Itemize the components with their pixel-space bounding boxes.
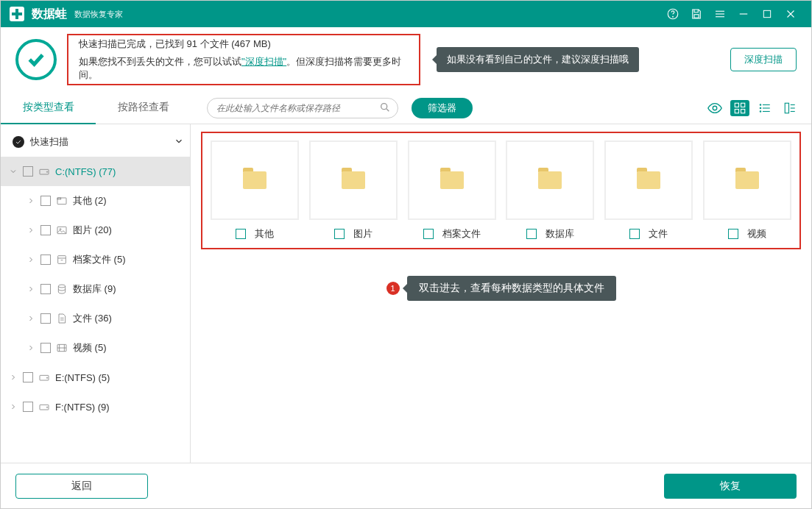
app-name: 数据蛙 <box>32 7 67 22</box>
checkbox[interactable] <box>40 343 51 353</box>
tree-label: 文件 (36) <box>73 312 112 325</box>
database-icon <box>55 283 68 295</box>
image-icon <box>55 224 68 236</box>
checkbox[interactable] <box>236 229 246 239</box>
svg-point-46 <box>46 407 47 407</box>
detail-view-icon[interactable] <box>780 100 799 116</box>
deep-scan-button[interactable]: 深度扫描 <box>730 48 797 71</box>
menu-icon[interactable] <box>708 2 732 26</box>
tree-item-docs[interactable]: 文件 (36) <box>1 304 190 333</box>
chevron-right-icon[interactable] <box>26 196 36 205</box>
tip-bubble-1: 双击进去，查看每种数据类型的具体文件 <box>407 276 616 301</box>
tree-item-video[interactable]: 视频 (5) <box>1 333 190 363</box>
tree-item-archive[interactable]: 档案文件 (5) <box>1 245 190 274</box>
minimize-icon[interactable] <box>732 2 755 26</box>
folder-card-database[interactable]: 数据库 <box>502 140 598 241</box>
checkbox[interactable] <box>334 229 345 239</box>
document-icon <box>55 313 68 324</box>
tree-label: 图片 (20) <box>73 224 112 237</box>
folder-icon <box>55 195 68 207</box>
svg-rect-13 <box>735 103 738 107</box>
folder-thumb <box>506 140 594 220</box>
check-badge-icon <box>13 136 24 148</box>
deep-scan-link[interactable]: "深度扫描" <box>241 56 286 67</box>
tree-drive-c[interactable]: C:(NTFS) (77) <box>1 157 190 186</box>
tree-label: 视频 (5) <box>73 341 107 355</box>
folder-card-docs[interactable]: 文件 <box>601 140 696 241</box>
recover-button[interactable]: 恢复 <box>664 474 797 499</box>
content-area: 其他 图片 档案文件 数据库 文件 视频 <box>191 124 811 480</box>
back-button[interactable]: 返回 <box>15 474 148 499</box>
chevron-down-icon[interactable] <box>174 136 184 149</box>
checkbox[interactable] <box>423 229 434 239</box>
sidebar-tree: 快速扫描 C:(NTFS) (77) 其他 (2) 图片 (20) 档案文件 (… <box>1 124 191 480</box>
folder-icon <box>440 171 464 189</box>
tree-item-image[interactable]: 图片 (20) <box>1 216 190 245</box>
chevron-right-icon[interactable] <box>8 402 18 411</box>
tip-bubble-2: 如果没有看到自己的文件，建议深度扫描哦 <box>437 47 639 72</box>
toolbar: 按类型查看 按路径查看 筛选器 <box>1 92 811 124</box>
preview-icon[interactable] <box>705 100 724 116</box>
app-logo: 数据蛙 <box>10 7 67 22</box>
folder-thumb <box>211 140 299 220</box>
checkbox[interactable] <box>40 254 51 265</box>
tree-label: E:(NTFS) (5) <box>55 372 110 383</box>
checkbox[interactable] <box>526 229 537 239</box>
folder-card-other[interactable]: 其他 <box>207 140 303 241</box>
svg-point-21 <box>760 107 761 109</box>
tree-drive-f[interactable]: F:(NTFS) (9) <box>1 392 190 421</box>
maximize-icon[interactable] <box>755 2 779 26</box>
help-icon[interactable] <box>661 2 685 26</box>
drive-icon <box>38 401 51 413</box>
tree-item-database[interactable]: 数据库 (9) <box>1 274 190 304</box>
folder-card-archive[interactable]: 档案文件 <box>404 140 500 241</box>
list-view-icon[interactable] <box>755 100 774 116</box>
svg-rect-27 <box>40 169 49 174</box>
tab-by-path[interactable]: 按路径查看 <box>96 92 191 124</box>
tree-drive-e[interactable]: E:(NTFS) (5) <box>1 363 190 392</box>
checkbox[interactable] <box>728 229 738 239</box>
folder-icon <box>538 171 562 189</box>
video-icon <box>55 342 68 354</box>
checkbox[interactable] <box>629 229 640 239</box>
tree-root-quickscan[interactable]: 快速扫描 <box>1 127 190 157</box>
close-icon[interactable] <box>779 2 802 26</box>
folder-thumb <box>408 140 496 220</box>
status-line1: 快速扫描已完成，已找到 91 个文件 (467 MB) <box>79 38 409 51</box>
folder-label: 其他 <box>255 227 274 241</box>
folder-icon <box>342 171 365 189</box>
search-icon[interactable] <box>379 102 391 116</box>
checkbox[interactable] <box>40 196 51 206</box>
chevron-right-icon[interactable] <box>26 285 36 293</box>
badge-1: 1 <box>386 282 400 295</box>
status-box: 快速扫描已完成，已找到 91 个文件 (467 MB) 如果您找不到丢失的文件，… <box>67 34 420 85</box>
svg-rect-14 <box>741 103 745 107</box>
chevron-right-icon[interactable] <box>26 226 36 235</box>
checkbox[interactable] <box>23 402 33 412</box>
checkbox[interactable] <box>40 284 51 294</box>
main-split: 快速扫描 C:(NTFS) (77) 其他 (2) 图片 (20) 档案文件 (… <box>1 124 811 480</box>
checkbox[interactable] <box>23 372 33 382</box>
chevron-down-icon[interactable] <box>8 167 18 176</box>
chevron-right-icon[interactable] <box>8 373 18 382</box>
folder-card-video[interactable]: 视频 <box>699 140 795 241</box>
grid-view-icon[interactable] <box>730 100 749 116</box>
footer: 返回 恢复 <box>1 463 811 508</box>
filter-button[interactable]: 筛选器 <box>412 98 473 118</box>
checkbox[interactable] <box>40 225 51 235</box>
svg-rect-16 <box>741 109 745 113</box>
folder-card-image[interactable]: 图片 <box>306 140 401 241</box>
svg-rect-29 <box>57 198 66 204</box>
svg-point-1 <box>673 16 674 17</box>
save-icon[interactable] <box>685 2 708 26</box>
chevron-right-icon[interactable] <box>26 255 36 264</box>
status-area: 快速扫描已完成，已找到 91 个文件 (467 MB) 如果您找不到丢失的文件，… <box>1 27 811 92</box>
search-input[interactable] <box>207 98 398 118</box>
chevron-right-icon[interactable] <box>26 344 36 352</box>
checkbox[interactable] <box>23 166 33 177</box>
checkbox[interactable] <box>40 313 51 324</box>
tab-by-type[interactable]: 按类型查看 <box>1 92 96 124</box>
tree-item-other[interactable]: 其他 (2) <box>1 186 190 216</box>
chevron-right-icon[interactable] <box>26 314 36 323</box>
app-subtitle: 数据恢复专家 <box>74 9 123 20</box>
